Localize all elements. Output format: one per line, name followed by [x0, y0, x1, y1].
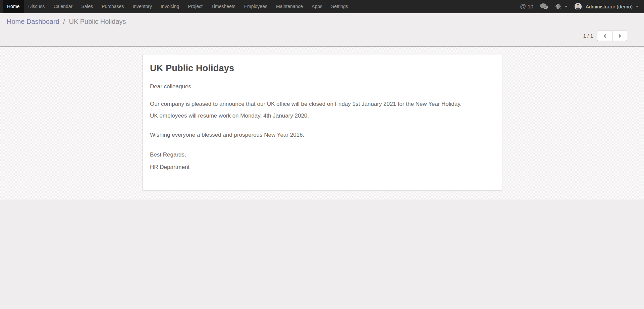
- nav-item-settings[interactable]: Settings: [327, 0, 353, 13]
- control-panel: Home Dashboard / UK Public Holidays 1 / …: [0, 13, 644, 47]
- breadcrumb-separator: /: [63, 18, 65, 25]
- nav-item-timesheets[interactable]: Timesheets: [207, 0, 240, 13]
- content-area: UK Public Holidays Dear colleagues, Our …: [0, 47, 644, 200]
- chat-bubbles-icon: [540, 3, 548, 10]
- pager-value: 1 / 1: [583, 33, 593, 39]
- chevron-left-icon: [603, 34, 607, 38]
- chevron-right-icon: [617, 34, 621, 38]
- at-mention-icon: @: [520, 3, 526, 9]
- mentions-button[interactable]: @ 10: [520, 3, 533, 9]
- user-name: Administrator (demo): [586, 4, 633, 9]
- app-menu: Home Discuss Calendar Sales Purchases In…: [3, 0, 353, 13]
- announcement-paragraph: UK employees will resume work on Monday,…: [150, 112, 495, 120]
- pager-next-button[interactable]: [612, 31, 627, 41]
- debug-menu-button[interactable]: [555, 3, 568, 10]
- systray: @ 10: [520, 0, 639, 13]
- pager-previous-button[interactable]: [597, 31, 612, 41]
- breadcrumb: Home Dashboard / UK Public Holidays: [7, 18, 126, 26]
- avatar: [575, 3, 582, 10]
- nav-item-maintenance[interactable]: Maintenance: [272, 0, 307, 13]
- breadcrumb-current: UK Public Holidays: [69, 18, 126, 25]
- nav-item-purchases[interactable]: Purchases: [97, 0, 128, 13]
- announcement-card: UK Public Holidays Dear colleagues, Our …: [143, 54, 502, 190]
- pager: 1 / 1: [583, 31, 627, 41]
- mentions-count: 10: [528, 4, 533, 9]
- nav-item-project[interactable]: Project: [183, 0, 207, 13]
- announcement-title: UK Public Holidays: [150, 63, 495, 74]
- chevron-down-icon: [636, 6, 639, 7]
- bug-icon: [555, 3, 561, 10]
- announcement-paragraph: Our company is pleased to announce that …: [150, 100, 495, 108]
- nav-item-apps[interactable]: Apps: [307, 0, 327, 13]
- breadcrumb-link-home-dashboard[interactable]: Home Dashboard: [7, 18, 59, 25]
- nav-item-home[interactable]: Home: [3, 0, 24, 13]
- user-menu[interactable]: Administrator (demo): [575, 3, 639, 10]
- chevron-down-icon: [565, 6, 568, 7]
- nav-item-calendar[interactable]: Calendar: [49, 0, 77, 13]
- nav-item-employees[interactable]: Employees: [240, 0, 272, 13]
- footer-band: [0, 200, 644, 309]
- nav-item-sales[interactable]: Sales: [77, 0, 97, 13]
- messages-button[interactable]: [540, 3, 548, 10]
- top-navbar: Home Discuss Calendar Sales Purchases In…: [0, 0, 644, 13]
- nav-item-discuss[interactable]: Discuss: [24, 0, 49, 13]
- announcement-paragraph: Best Regards,: [150, 151, 495, 159]
- announcement-paragraph: Dear colleagues,: [150, 83, 495, 90]
- nav-item-inventory[interactable]: Inventory: [128, 0, 156, 13]
- announcement-paragraph: HR Department: [150, 164, 495, 171]
- announcement-paragraph: Wishing everyone a blessed and prosperou…: [150, 131, 495, 139]
- nav-item-invoicing[interactable]: Invoicing: [156, 0, 183, 13]
